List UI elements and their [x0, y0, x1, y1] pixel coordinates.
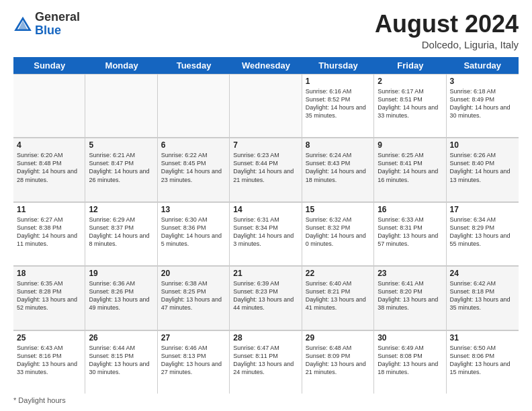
- cell-info: Sunrise: 6:27 AM Sunset: 8:38 PM Dayligh…: [17, 216, 81, 248]
- logo-icon: [13, 15, 32, 34]
- calendar-week-5: 25Sunrise: 6:43 AM Sunset: 8:16 PM Dayli…: [13, 330, 519, 394]
- day-number: 7: [233, 140, 298, 150]
- day-number: 21: [233, 269, 298, 278]
- calendar-cell: [158, 75, 230, 137]
- calendar-cell: 13Sunrise: 6:30 AM Sunset: 8:36 PM Dayli…: [158, 203, 230, 265]
- cell-info: Sunrise: 6:22 AM Sunset: 8:45 PM Dayligh…: [161, 151, 226, 184]
- logo-blue: Blue: [35, 24, 61, 37]
- cell-info: Sunrise: 6:32 AM Sunset: 8:32 PM Dayligh…: [306, 216, 370, 248]
- cell-info: Sunrise: 6:17 AM Sunset: 8:51 PM Dayligh…: [378, 87, 442, 120]
- day-number: 9: [378, 140, 442, 150]
- calendar-cell: 9Sunrise: 6:25 AM Sunset: 8:41 PM Daylig…: [374, 138, 446, 201]
- header: General Blue August 2024 Dolcedo, Liguri…: [13, 11, 519, 50]
- logo: General Blue: [13, 11, 80, 38]
- day-number: 31: [450, 333, 515, 342]
- day-number: 23: [378, 269, 442, 278]
- day-header-wednesday: Wednesday: [230, 57, 302, 74]
- day-number: 20: [161, 269, 226, 278]
- cell-info: Sunrise: 6:16 AM Sunset: 8:52 PM Dayligh…: [306, 87, 370, 120]
- logo-general: General: [35, 10, 80, 24]
- day-number: 25: [17, 333, 81, 342]
- calendar-header: SundayMondayTuesdayWednesdayThursdayFrid…: [13, 57, 519, 74]
- logo-text: General Blue: [35, 11, 80, 38]
- calendar-cell: 7Sunrise: 6:23 AM Sunset: 8:44 PM Daylig…: [230, 138, 302, 201]
- cell-info: Sunrise: 6:38 AM Sunset: 8:25 PM Dayligh…: [161, 279, 226, 312]
- calendar-week-1: 1Sunrise: 6:16 AM Sunset: 8:52 PM Daylig…: [13, 74, 519, 138]
- calendar-cell: 15Sunrise: 6:32 AM Sunset: 8:32 PM Dayli…: [302, 203, 374, 265]
- cell-info: Sunrise: 6:39 AM Sunset: 8:23 PM Dayligh…: [233, 279, 298, 312]
- calendar-cell: 28Sunrise: 6:47 AM Sunset: 8:11 PM Dayli…: [230, 331, 302, 394]
- day-number: 26: [89, 333, 153, 342]
- calendar-cell: 3Sunrise: 6:18 AM Sunset: 8:49 PM Daylig…: [447, 75, 519, 137]
- cell-info: Sunrise: 6:48 AM Sunset: 8:09 PM Dayligh…: [306, 344, 370, 377]
- day-number: 22: [306, 269, 370, 278]
- day-header-sunday: Sunday: [13, 57, 85, 74]
- day-number: 29: [306, 333, 370, 342]
- calendar: SundayMondayTuesdayWednesdayThursdayFrid…: [13, 57, 519, 394]
- cell-info: Sunrise: 6:49 AM Sunset: 8:08 PM Dayligh…: [378, 344, 442, 377]
- calendar-cell: 17Sunrise: 6:34 AM Sunset: 8:29 PM Dayli…: [447, 203, 519, 265]
- calendar-cell: [13, 75, 85, 137]
- day-number: 12: [89, 205, 153, 214]
- calendar-cell: 29Sunrise: 6:48 AM Sunset: 8:09 PM Dayli…: [302, 331, 374, 394]
- day-number: 10: [450, 140, 515, 150]
- calendar-cell: 22Sunrise: 6:40 AM Sunset: 8:21 PM Dayli…: [302, 267, 374, 329]
- cell-info: Sunrise: 6:25 AM Sunset: 8:41 PM Dayligh…: [378, 151, 442, 184]
- calendar-cell: 30Sunrise: 6:49 AM Sunset: 8:08 PM Dayli…: [374, 331, 446, 394]
- cell-info: Sunrise: 6:21 AM Sunset: 8:47 PM Dayligh…: [89, 151, 153, 184]
- calendar-cell: 6Sunrise: 6:22 AM Sunset: 8:45 PM Daylig…: [158, 138, 230, 201]
- cell-info: Sunrise: 6:40 AM Sunset: 8:21 PM Dayligh…: [306, 279, 370, 312]
- cell-info: Sunrise: 6:42 AM Sunset: 8:18 PM Dayligh…: [450, 279, 515, 312]
- day-number: 2: [378, 77, 442, 86]
- day-number: 16: [378, 205, 442, 214]
- cell-info: Sunrise: 6:35 AM Sunset: 8:28 PM Dayligh…: [17, 279, 81, 312]
- calendar-cell: [230, 75, 302, 137]
- calendar-cell: 4Sunrise: 6:20 AM Sunset: 8:48 PM Daylig…: [13, 138, 85, 201]
- daylight-hours-label: Daylight hours: [18, 396, 65, 404]
- cell-info: Sunrise: 6:31 AM Sunset: 8:34 PM Dayligh…: [233, 216, 298, 248]
- page: General Blue August 2024 Dolcedo, Liguri…: [0, 0, 532, 411]
- day-number: 3: [450, 77, 515, 86]
- calendar-cell: 19Sunrise: 6:36 AM Sunset: 8:26 PM Dayli…: [85, 267, 157, 329]
- calendar-cell: 25Sunrise: 6:43 AM Sunset: 8:16 PM Dayli…: [13, 331, 85, 394]
- cell-info: Sunrise: 6:23 AM Sunset: 8:44 PM Dayligh…: [233, 151, 298, 184]
- calendar-cell: 1Sunrise: 6:16 AM Sunset: 8:52 PM Daylig…: [302, 75, 374, 137]
- cell-info: Sunrise: 6:34 AM Sunset: 8:29 PM Dayligh…: [450, 216, 515, 248]
- calendar-cell: 21Sunrise: 6:39 AM Sunset: 8:23 PM Dayli…: [230, 267, 302, 329]
- day-number: 14: [233, 205, 298, 214]
- day-number: 8: [306, 140, 370, 150]
- calendar-cell: 31Sunrise: 6:50 AM Sunset: 8:06 PM Dayli…: [447, 331, 519, 394]
- title-block: August 2024 Dolcedo, Liguria, Italy: [375, 11, 519, 50]
- cell-info: Sunrise: 6:47 AM Sunset: 8:11 PM Dayligh…: [233, 344, 298, 377]
- cell-info: Sunrise: 6:43 AM Sunset: 8:16 PM Dayligh…: [17, 344, 81, 377]
- day-number: 28: [233, 333, 298, 342]
- day-header-friday: Friday: [374, 57, 446, 74]
- day-number: 18: [17, 269, 81, 278]
- calendar-cell: 11Sunrise: 6:27 AM Sunset: 8:38 PM Dayli…: [13, 203, 85, 265]
- month-year: August 2024: [375, 11, 519, 38]
- calendar-week-4: 18Sunrise: 6:35 AM Sunset: 8:28 PM Dayli…: [13, 266, 519, 330]
- footer-note: * Daylight hours: [13, 394, 519, 404]
- day-number: 6: [161, 140, 226, 150]
- location: Dolcedo, Liguria, Italy: [375, 39, 519, 50]
- calendar-body: 1Sunrise: 6:16 AM Sunset: 8:52 PM Daylig…: [13, 74, 519, 394]
- cell-info: Sunrise: 6:33 AM Sunset: 8:31 PM Dayligh…: [378, 216, 442, 248]
- day-number: 15: [306, 205, 370, 214]
- cell-info: Sunrise: 6:36 AM Sunset: 8:26 PM Dayligh…: [89, 279, 153, 312]
- cell-info: Sunrise: 6:44 AM Sunset: 8:15 PM Dayligh…: [89, 344, 153, 377]
- day-header-saturday: Saturday: [447, 57, 519, 74]
- calendar-cell: 5Sunrise: 6:21 AM Sunset: 8:47 PM Daylig…: [85, 138, 157, 201]
- calendar-week-2: 4Sunrise: 6:20 AM Sunset: 8:48 PM Daylig…: [13, 138, 519, 201]
- day-number: 4: [17, 140, 81, 150]
- calendar-cell: 2Sunrise: 6:17 AM Sunset: 8:51 PM Daylig…: [374, 75, 446, 137]
- calendar-cell: 18Sunrise: 6:35 AM Sunset: 8:28 PM Dayli…: [13, 267, 85, 329]
- cell-info: Sunrise: 6:30 AM Sunset: 8:36 PM Dayligh…: [161, 216, 226, 248]
- day-number: 19: [89, 269, 153, 278]
- calendar-week-3: 11Sunrise: 6:27 AM Sunset: 8:38 PM Dayli…: [13, 202, 519, 266]
- calendar-cell: 14Sunrise: 6:31 AM Sunset: 8:34 PM Dayli…: [230, 203, 302, 265]
- cell-info: Sunrise: 6:46 AM Sunset: 8:13 PM Dayligh…: [161, 344, 226, 377]
- cell-info: Sunrise: 6:26 AM Sunset: 8:40 PM Dayligh…: [450, 151, 515, 184]
- calendar-cell: 27Sunrise: 6:46 AM Sunset: 8:13 PM Dayli…: [158, 331, 230, 394]
- cell-info: Sunrise: 6:24 AM Sunset: 8:43 PM Dayligh…: [306, 151, 370, 184]
- day-header-thursday: Thursday: [302, 57, 374, 74]
